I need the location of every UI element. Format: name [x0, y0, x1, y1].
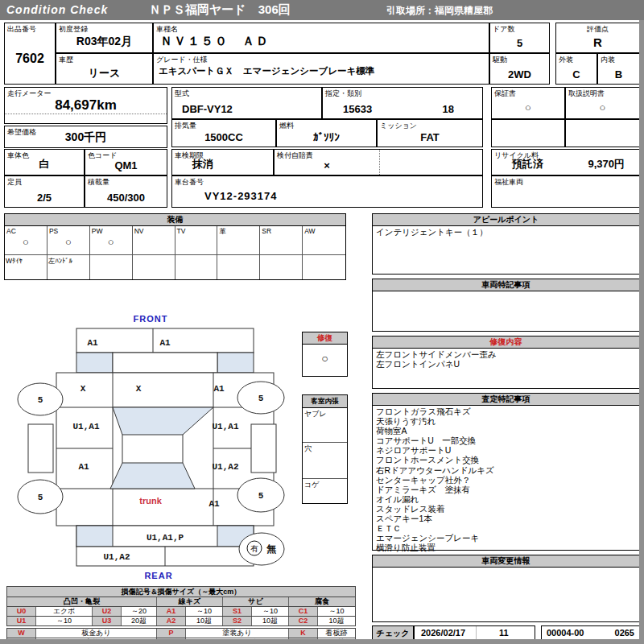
panel-title: 査定特記事項 — [373, 394, 639, 406]
legend-code: U3 — [93, 617, 122, 625]
field-asking-price: 希望価格 300千円 — [4, 126, 167, 148]
right-rear-door-label: U1,A2 — [212, 462, 238, 472]
equipment-notes-row: Wﾀｲﾔ 左ﾊﾝﾄﾞﾙ — [5, 254, 345, 279]
field-label: 車台番号 — [175, 177, 204, 188]
field-history: 車歴 リース — [56, 53, 153, 85]
spare-yes-label: 有 — [250, 544, 258, 553]
front-label: FRONT — [134, 314, 168, 324]
remark-line: 天張りうす汚れ — [376, 416, 636, 426]
field-label: ドア数 — [493, 24, 514, 35]
rear-window — [110, 463, 195, 489]
remark-line: 荷物室A — [376, 426, 636, 436]
insurance-mark: × — [275, 159, 379, 171]
empty-cell — [491, 119, 565, 147]
wheel-score: 5 — [258, 394, 264, 403]
equipment-table: 装備 AC○ PS○ PW○ NV TV 革 SR AW Wﾀｲﾔ 左ﾊﾝﾄﾞﾙ — [4, 213, 346, 280]
right-fender-label: A1 — [213, 384, 225, 394]
rear-label: REAR — [144, 571, 172, 580]
legend-group: 線キズ — [157, 597, 223, 606]
trunk-label: trunk — [139, 496, 162, 506]
field-label: 内装 — [601, 55, 615, 65]
field-label: 出品番号 — [7, 24, 36, 35]
appeal-line: インテリジェントキー（１） — [376, 227, 636, 237]
legend-row: W 板金あり P 塗装あり K 看板跡 — [6, 628, 356, 638]
score-value: R — [556, 35, 639, 49]
remark-line: センターキャップ社外？ — [376, 475, 636, 485]
grade-value: エキスパートＧＸ エマージェンシーブレーキ標準 — [154, 65, 489, 77]
inspection-expiry-value: 抹消 — [172, 157, 273, 171]
legend-group-header: 凸凹・亀裂 線キズ サビ 腐食 — [6, 597, 356, 607]
legend-code: C2 — [289, 617, 318, 625]
legend-code: A1 — [157, 607, 186, 616]
field-owners-manual: 取扱説明書 ○ — [565, 87, 640, 119]
equipment-note: 左ﾊﾝﾄﾞﾙ — [48, 257, 72, 266]
rear-bumper-lower-label: U1,A2 — [103, 552, 130, 562]
header-bar: Condition Check ＮＰＳ福岡ヤード 306回 引取場所：福岡県糟屋… — [0, 0, 644, 20]
recycle-amount-value: 9,370円 — [492, 157, 639, 171]
field-label: 排気量 — [175, 121, 196, 131]
field-label: グレード・仕様 — [156, 55, 208, 65]
color-code-value: QM1 — [85, 159, 167, 171]
field-label: 保証書 — [494, 89, 516, 99]
field-color-code: 色コード QM1 — [85, 149, 167, 175]
class-number-value: 18 — [323, 103, 482, 115]
equipment-label: SR — [262, 227, 271, 235]
field-model-code: 型式 DBF-VY12 — [171, 87, 322, 119]
equipment-label: AC — [6, 227, 16, 235]
remark-line: スペアキー1本 — [376, 514, 636, 523]
left-front-door-label: U1,A1 — [72, 422, 99, 431]
page-frame-bottom — [0, 639, 644, 644]
model-code-value: DBF-VY12 — [172, 103, 321, 115]
panel-title: アピールポイント — [373, 214, 639, 226]
empty-cell — [565, 119, 640, 147]
appeal-points-panel: アピールポイント インテリジェントキー（１） — [372, 213, 640, 275]
repair-mark-box: 修復 ○ — [302, 332, 348, 377]
field-label: 車歴 — [59, 55, 73, 65]
equipment-mark: ○ — [5, 236, 47, 248]
history-value: リース — [56, 66, 152, 80]
legend-code: W — [7, 629, 36, 638]
left-fender-label: X — [80, 384, 86, 394]
legend-value: 看板跡 — [318, 629, 355, 638]
front-corner-left — [76, 353, 113, 373]
equipment-marks-row: AC○ PS○ PW○ NV TV 革 SR AW — [5, 226, 345, 254]
legend-row: U0 エクボ U2 ～20 A1 ～10 S1 ～10 C1 ～10 — [6, 607, 356, 617]
front-bumper-right-label: A1 — [159, 338, 171, 348]
field-displacement: 排気量 1500CC — [171, 119, 276, 147]
legend-group: 腐食 — [289, 597, 355, 606]
condition-check-sheet: Condition Check ＮＰＳ福岡ヤード 306回 引取場所：福岡県糟屋… — [0, 0, 644, 644]
field-insurance: 検付自賠責 × — [274, 149, 483, 175]
capacity-value: 2/5 — [5, 192, 84, 204]
equipment-label: AW — [304, 227, 315, 235]
remark-line: フロントホースメント交換 — [376, 455, 636, 464]
equipment-label: PS — [49, 227, 58, 235]
brand-title: Condition Check — [6, 3, 108, 16]
field-score: 評価点 R — [555, 23, 640, 53]
field-interior-grade: 内装 B — [597, 53, 640, 85]
remark-line: ＥＴＣ — [376, 523, 636, 533]
remark-line: エマージェンシーブレーキ — [376, 533, 636, 543]
field-inspection-expiry: 車検期限 抹消 — [171, 149, 274, 175]
spare-no-label: 無 — [266, 543, 276, 555]
equipment-mark: ○ — [47, 236, 89, 248]
field-model-name: 車種名 ＮＶ１５０ ＡＤ — [153, 23, 489, 53]
repair-line: 左フロントサイドメンバー歪み — [376, 349, 636, 359]
legend-code: A2 — [157, 617, 186, 625]
field-label: 外装 — [559, 55, 573, 65]
vehicle-changes-panel: 車両変更情報 — [372, 555, 640, 622]
remark-line: ドアミラーキズ 塗抹有 — [376, 485, 636, 494]
field-grade: グレード・仕様 エキスパートＧＸ エマージェンシーブレーキ標準 — [153, 53, 489, 85]
exterior-grade-value: C — [556, 68, 597, 80]
equipment-label: NV — [134, 227, 144, 235]
equipment-label: PW — [92, 227, 103, 235]
interior-condition-box: 客室内張 ヤブレ 穴 コゲ — [302, 394, 348, 504]
field-type-class: 指定・類別 15633 18 — [322, 87, 483, 119]
warranty-mark: ○ — [492, 101, 564, 114]
interior-grade-value: B — [598, 68, 639, 80]
load-capacity-value: 450/300 — [85, 192, 167, 204]
remark-line: 横滑り防止装置 — [376, 543, 636, 552]
legend-value: 20超 — [122, 617, 157, 625]
field-odometer: 走行メーター 84,697km — [4, 87, 167, 124]
panel-title: 車両変更情報 — [373, 555, 639, 568]
vehicle-notes-panel: 車両特記事項 — [372, 279, 640, 332]
